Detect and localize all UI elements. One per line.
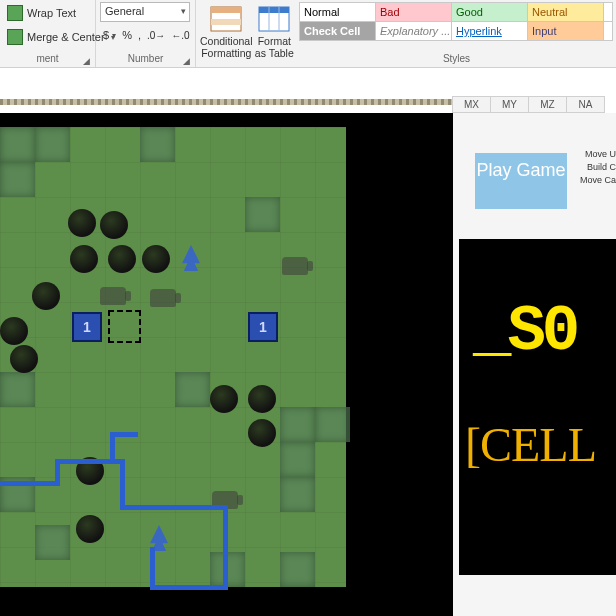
column-headers: MX MY MZ NA [453, 96, 605, 113]
dialog-launcher-icon[interactable]: ◢ [181, 56, 191, 66]
group-tables: Conditional Formatting Format as Table [196, 0, 300, 67]
col-header[interactable]: MY [490, 96, 529, 113]
fog-tile [315, 407, 350, 442]
game-map[interactable]: 1 1 [0, 127, 346, 587]
river [120, 505, 228, 510]
style-neutral[interactable]: Neutral [527, 2, 604, 22]
river [223, 505, 228, 590]
fog-tile [0, 127, 35, 162]
tree [76, 515, 104, 543]
play-game-button[interactable]: Play Game [475, 153, 567, 209]
style-bad[interactable]: Bad [375, 2, 452, 22]
tree [0, 317, 28, 345]
svg-rect-2 [211, 19, 241, 25]
group-label-number: Number ◢ [100, 53, 191, 67]
merge-center-icon [7, 29, 23, 45]
increase-decimal-button[interactable]: .0→ [147, 30, 165, 41]
conditional-formatting-icon [209, 4, 243, 34]
svg-rect-4 [259, 7, 289, 13]
river [150, 585, 228, 590]
river [0, 481, 60, 486]
fog-tile [280, 552, 315, 587]
format-as-table-button[interactable]: Format as Table [253, 2, 296, 59]
river [150, 547, 155, 590]
col-header[interactable]: MX [452, 96, 491, 113]
player-flag[interactable]: 1 [72, 312, 102, 342]
fog-tile [0, 162, 35, 197]
game-viewport: 1 1 [0, 113, 453, 616]
format-as-table-icon [257, 4, 291, 34]
tree [210, 385, 238, 413]
style-check-cell[interactable]: Check Cell [299, 21, 376, 41]
wrap-text-icon [7, 5, 23, 21]
fmt-table-label: Format as Table [253, 35, 296, 59]
decrease-decimal-button[interactable]: ←.0 [171, 30, 189, 41]
fog-tile [280, 407, 315, 442]
beast [282, 257, 308, 275]
side-panel: Play Game Move U Build C Move Ca _S0 [CE… [453, 113, 616, 616]
logo-line2: [CELL [465, 417, 596, 472]
style-good[interactable]: Good [451, 2, 528, 22]
wrap-text-label: Wrap Text [27, 7, 76, 19]
cmd-item: Move U [570, 148, 616, 161]
player-flag[interactable]: 1 [248, 312, 278, 342]
merge-center-label: Merge & Center [27, 31, 105, 43]
tree [142, 245, 170, 273]
col-header[interactable]: MZ [528, 96, 567, 113]
comma-button[interactable]: , [138, 29, 141, 41]
tree [248, 385, 276, 413]
tree [100, 211, 128, 239]
style-edge1 [603, 2, 613, 22]
river [120, 459, 125, 509]
group-number: General ▾ $▾ % , .0→ ←.0 Number ◢ [96, 0, 196, 67]
chevron-down-icon: ▾ [181, 6, 186, 16]
logo-line1: _S0 [473, 296, 576, 368]
fog-tile [280, 477, 315, 512]
accounting-button[interactable]: $▾ [103, 29, 116, 41]
game-logo: _S0 [CELL [459, 239, 616, 575]
dialog-launcher-icon[interactable]: ◢ [81, 56, 91, 66]
conditional-formatting-button[interactable]: Conditional Formatting [200, 2, 253, 59]
svg-rect-1 [211, 7, 241, 13]
style-explanatory[interactable]: Explanatory ... [375, 21, 452, 41]
beast [150, 289, 176, 307]
fish [182, 245, 200, 271]
tree [108, 245, 136, 273]
beast [100, 287, 126, 305]
cmd-item: Move Ca [570, 174, 616, 187]
style-edge2 [603, 21, 613, 41]
selection-cursor[interactable] [108, 310, 141, 343]
tree [32, 282, 60, 310]
number-format-combo[interactable]: General ▾ [100, 2, 190, 22]
tree [70, 245, 98, 273]
group-alignment: Wrap Text Merge & Center ▾ ment ◢ [0, 0, 96, 67]
group-label-alignment: ment ◢ [4, 53, 91, 67]
tree [10, 345, 38, 373]
style-input[interactable]: Input [527, 21, 604, 41]
fog-tile [140, 127, 175, 162]
number-format-value: General [105, 5, 144, 17]
ribbon: Wrap Text Merge & Center ▾ ment ◢ Genera… [0, 0, 616, 68]
fog-tile [280, 442, 315, 477]
cond-fmt-label: Conditional Formatting [200, 35, 253, 59]
fog-tile [175, 372, 210, 407]
tree [68, 209, 96, 237]
map-ruler [0, 99, 453, 105]
style-hyperlink[interactable]: Hyperlink [451, 21, 528, 41]
command-list: Move U Build C Move Ca [570, 148, 616, 187]
wrap-text-button[interactable]: Wrap Text [4, 2, 79, 24]
tree [248, 419, 276, 447]
percent-button[interactable]: % [122, 29, 132, 41]
col-header[interactable]: NA [566, 96, 605, 113]
fog-tile [35, 525, 70, 560]
fog-tile [245, 197, 280, 232]
river [110, 432, 138, 437]
cmd-item: Build C [570, 161, 616, 174]
fog-tile [35, 127, 70, 162]
fog-tile [0, 372, 35, 407]
style-normal[interactable]: Normal [299, 2, 376, 22]
group-styles: Normal Bad Good Neutral Check Cell Expla… [300, 0, 616, 67]
group-label-styles: Styles [300, 53, 613, 67]
